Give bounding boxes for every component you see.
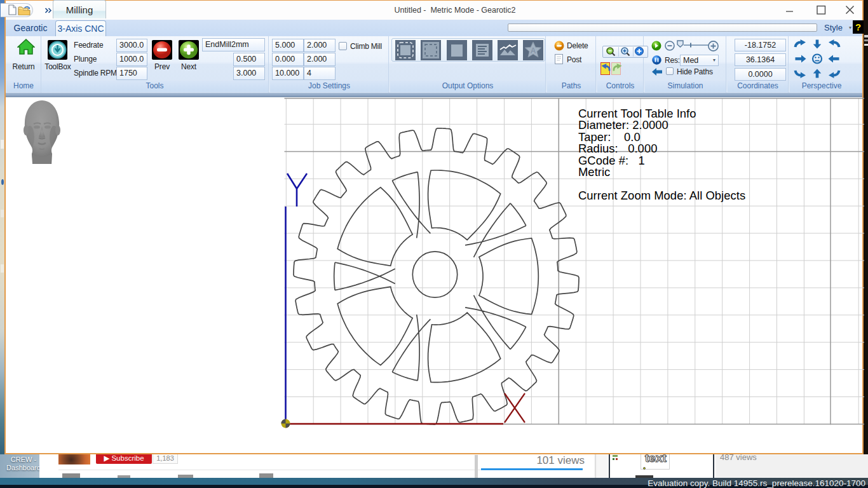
svg-text:A: A bbox=[530, 46, 535, 55]
